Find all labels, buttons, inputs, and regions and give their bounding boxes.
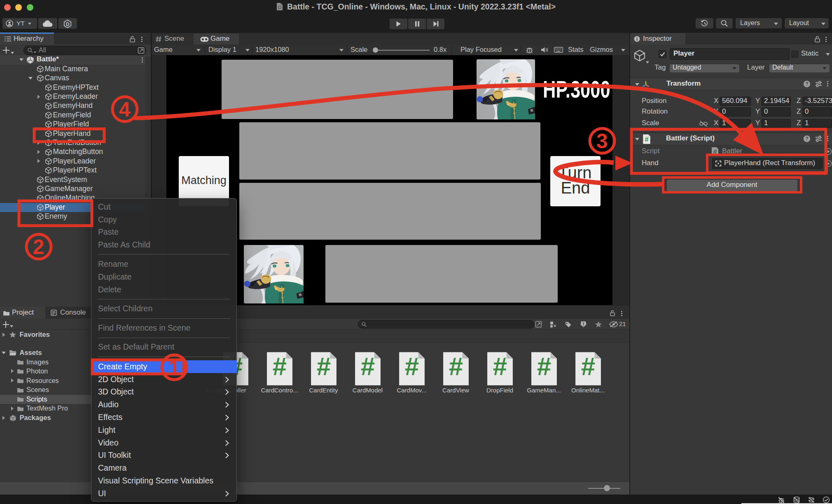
svg-text:1: 1 bbox=[168, 356, 180, 379]
svg-text:4: 4 bbox=[119, 98, 131, 121]
svg-text:2: 2 bbox=[33, 236, 44, 259]
svg-text:3: 3 bbox=[596, 130, 608, 153]
